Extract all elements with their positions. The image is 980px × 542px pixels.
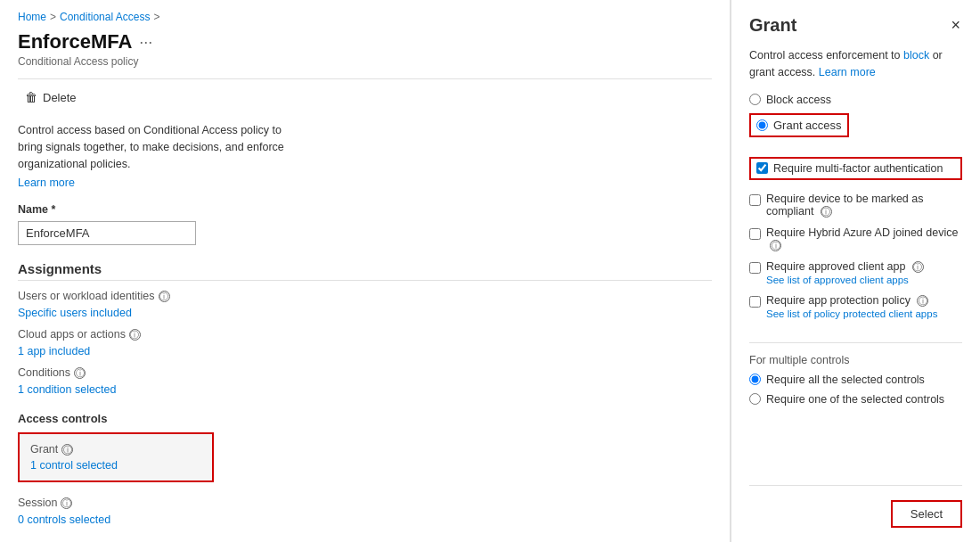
panel-header: Grant ×	[749, 14, 962, 37]
grant-access-row: Grant access	[749, 113, 849, 137]
more-options-icon[interactable]: ···	[139, 33, 152, 52]
require-one-item: Require one of the selected controls	[749, 393, 962, 406]
assignments-title: Assignments	[18, 261, 712, 281]
access-controls-section: Access controls Grant ⓘ 1 control select…	[18, 412, 712, 531]
hybrid-info-icon: ⓘ	[770, 240, 781, 251]
require-mfa-checkbox[interactable]	[756, 162, 768, 174]
grant-info-icon: ⓘ	[61, 444, 73, 456]
description-text: Control access based on Conditional Acce…	[18, 122, 303, 172]
protection-info-icon: ⓘ	[917, 295, 928, 307]
require-one-radio[interactable]	[749, 393, 761, 405]
session-box: Session ⓘ 0 controls selected	[18, 491, 712, 531]
multiple-controls-label: For multiple controls	[749, 354, 962, 366]
delete-button[interactable]: 🗑 Delete	[18, 86, 84, 108]
users-info-icon: ⓘ	[159, 291, 170, 302]
require-hybrid-item: Require Hybrid Azure AD joined device ⓘ	[749, 226, 962, 251]
require-hybrid-checkbox[interactable]	[749, 228, 761, 240]
session-label: Session ⓘ	[18, 497, 712, 509]
name-field-section: Name *	[18, 203, 712, 245]
require-all-item: Require all the selected controls	[749, 374, 962, 386]
page-subtitle: Conditional Access policy	[18, 55, 712, 68]
access-controls-title: Access controls	[18, 412, 712, 425]
right-panel: Grant × Control access enforcement to bl…	[731, 0, 980, 542]
require-approved-app-label: Require approved client app ⓘ	[766, 260, 924, 273]
block-access-item: Block access	[749, 94, 962, 106]
conditions-label: Conditions ⓘ	[18, 366, 712, 379]
breadcrumb-conditional-access[interactable]: Conditional Access	[60, 11, 150, 23]
cloud-apps-label: Cloud apps or actions ⓘ	[18, 328, 712, 341]
left-panel: Home > Conditional Access > EnforceMFA ·…	[0, 0, 731, 542]
multiple-controls-section: For multiple controls Require all the se…	[749, 342, 962, 413]
users-value[interactable]: Specific users included	[18, 307, 132, 319]
session-info-icon: ⓘ	[61, 497, 72, 509]
grant-access-radio[interactable]	[756, 119, 768, 131]
require-device-label-group: Require device to be marked as compliant…	[766, 193, 962, 218]
block-access-radio[interactable]	[749, 94, 761, 105]
checkbox-section: Require device to be marked as compliant…	[749, 193, 962, 328]
panel-description: Control access enforcement to block or g…	[749, 47, 962, 81]
delete-label: Delete	[43, 91, 77, 104]
users-label: Users or workload identities ⓘ	[18, 290, 712, 302]
cloud-apps-value[interactable]: 1 app included	[18, 345, 90, 357]
panel-title: Grant	[749, 15, 796, 36]
description-learn-more[interactable]: Learn more	[18, 177, 75, 189]
require-mfa-label: Require multi-factor authentication	[773, 162, 943, 175]
approved-info-icon: ⓘ	[912, 261, 924, 273]
panel-learn-more[interactable]: Learn more	[819, 66, 876, 78]
require-device-item: Require device to be marked as compliant…	[749, 193, 962, 218]
require-approved-app-label-group: Require approved client app ⓘ See list o…	[766, 260, 924, 285]
require-app-protection-item: Require app protection policy ⓘ See list…	[749, 294, 962, 319]
require-device-label: Require device to be marked as compliant…	[766, 193, 962, 218]
page-title: EnforceMFA	[18, 30, 132, 53]
block-access-label: Block access	[766, 94, 831, 106]
require-device-checkbox[interactable]	[749, 194, 761, 206]
grant-box-value: 1 control selected	[30, 459, 201, 472]
page-title-row: EnforceMFA ···	[18, 30, 712, 53]
conditions-value[interactable]: 1 condition selected	[18, 383, 117, 396]
require-hybrid-label-group: Require Hybrid Azure AD joined device ⓘ	[766, 226, 962, 251]
require-one-label: Require one of the selected controls	[766, 393, 944, 406]
grant-box-label: Grant ⓘ	[30, 443, 201, 456]
grant-box[interactable]: Grant ⓘ 1 control selected	[18, 432, 214, 482]
cloud-apps-section: Cloud apps or actions ⓘ 1 app included	[18, 328, 712, 357]
require-app-protection-checkbox[interactable]	[749, 296, 761, 308]
require-hybrid-label: Require Hybrid Azure AD joined device ⓘ	[766, 226, 962, 251]
see-approved-apps-link[interactable]: See list of approved client apps	[766, 275, 924, 285]
conditions-section: Conditions ⓘ 1 condition selected	[18, 366, 712, 396]
require-app-protection-label-group: Require app protection policy ⓘ See list…	[766, 294, 937, 319]
cloud-apps-info-icon: ⓘ	[129, 329, 141, 341]
device-info-icon: ⓘ	[821, 206, 832, 218]
see-protected-apps-link[interactable]: See list of policy protected client apps	[766, 308, 937, 319]
breadcrumb-sep1: >	[50, 11, 56, 23]
conditions-info-icon: ⓘ	[74, 367, 86, 379]
block-grant-radio-group: Block access Grant access	[749, 94, 962, 146]
grant-access-label: Grant access	[773, 119, 842, 132]
divider-top	[18, 78, 712, 79]
breadcrumb-home[interactable]: Home	[18, 11, 46, 23]
session-value[interactable]: 0 controls selected	[18, 513, 110, 526]
mfa-row: Require multi-factor authentication	[749, 157, 962, 180]
require-approved-app-checkbox[interactable]	[749, 262, 761, 274]
users-section: Users or workload identities ⓘ Specific …	[18, 290, 712, 319]
name-label: Name *	[18, 203, 712, 216]
toolbar: 🗑 Delete	[18, 86, 712, 108]
breadcrumb: Home > Conditional Access >	[18, 11, 712, 23]
close-button[interactable]: ×	[949, 14, 962, 37]
select-button[interactable]: Select	[891, 500, 962, 528]
panel-footer: Select	[749, 485, 962, 528]
require-all-radio[interactable]	[749, 374, 761, 385]
name-input[interactable]	[18, 221, 196, 245]
require-approved-app-item: Require approved client app ⓘ See list o…	[749, 260, 962, 285]
require-app-protection-label: Require app protection policy ⓘ	[766, 294, 937, 307]
delete-icon: 🗑	[25, 90, 37, 104]
block-link[interactable]: block	[903, 49, 929, 62]
require-all-label: Require all the selected controls	[766, 374, 925, 386]
breadcrumb-sep2: >	[153, 11, 159, 23]
